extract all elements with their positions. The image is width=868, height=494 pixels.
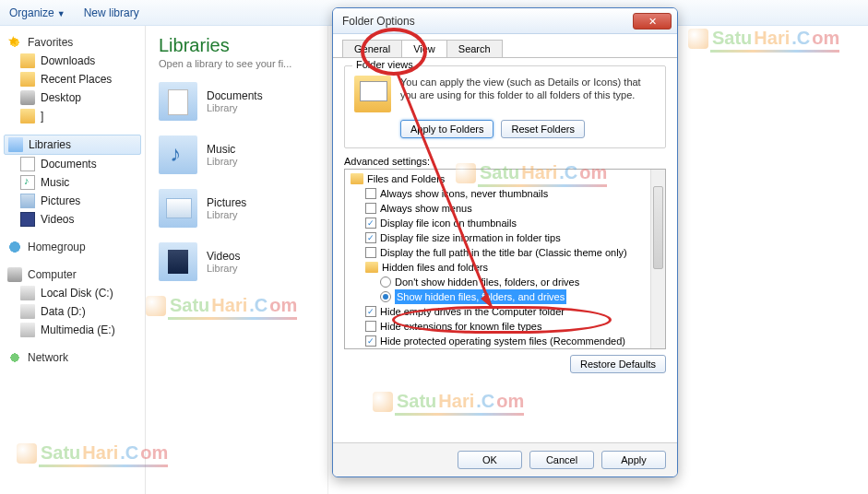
library-pictures[interactable]: PicturesLibrary: [159, 189, 315, 228]
folder-icon: [20, 53, 35, 68]
checkbox-icon[interactable]: [365, 247, 376, 258]
nav-videos[interactable]: Videos: [4, 210, 141, 229]
folder-views-label: Folder views: [352, 59, 417, 70]
dialog-footer: OK Cancel Apply: [333, 442, 677, 476]
radio-icon[interactable]: [380, 276, 391, 288]
library-videos[interactable]: VideosLibrary: [159, 242, 315, 281]
tree-files-and-folders[interactable]: Files and Folders: [347, 171, 663, 186]
libraries-subtitle: Open a library to see your fi...: [159, 58, 315, 69]
folder-icon: [20, 109, 35, 124]
favorites-group[interactable]: Favorites: [4, 33, 141, 52]
documents-library-icon: [159, 82, 197, 121]
reset-folders-button[interactable]: Reset Folders: [501, 120, 584, 138]
dialog-tabs: General View Search: [333, 34, 677, 58]
opt-show-hidden[interactable]: Show hidden files, folders, and drives: [347, 289, 663, 304]
nav-music[interactable]: Music: [4, 173, 141, 192]
music-library-icon: [159, 135, 197, 174]
dialog-body: Folder views You can apply the view (suc…: [333, 58, 677, 381]
drive-icon: [20, 286, 35, 300]
scroll-thumb[interactable]: [653, 186, 663, 269]
nav-documents[interactable]: Documents: [4, 155, 141, 173]
apply-to-folders-button[interactable]: Apply to Folders: [400, 120, 493, 138]
advanced-settings-label: Advanced settings:: [344, 156, 666, 167]
videos-icon: [20, 212, 35, 227]
new-library-button[interactable]: New library: [84, 6, 139, 19]
documents-icon: [20, 157, 35, 171]
checkbox-icon[interactable]: [365, 203, 376, 214]
nav-pictures[interactable]: Pictures: [4, 192, 141, 210]
opt-always-show-menus[interactable]: Always show menus: [347, 201, 663, 216]
cancel-button[interactable]: Cancel: [529, 451, 594, 469]
checkbox-icon[interactable]: ✓: [365, 306, 376, 317]
homegroup-icon: [7, 240, 22, 254]
pictures-icon: [20, 194, 35, 208]
star-icon: [7, 35, 22, 50]
navigation-pane: Favorites Downloads Recent Places Deskto…: [0, 26, 146, 494]
nav-network[interactable]: Network: [4, 348, 141, 367]
opt-always-show-icons[interactable]: Always show icons, never thumbnails: [347, 186, 663, 201]
computer-icon: [7, 267, 22, 282]
opt-display-file-size-tips[interactable]: ✓Display file size information in folder…: [347, 230, 663, 245]
opt-hide-extensions[interactable]: Hide extensions for known file types: [347, 319, 663, 334]
folder-views-text: You can apply the view (such as Details …: [400, 76, 656, 102]
library-documents[interactable]: DocumentsLibrary: [159, 82, 315, 121]
libraries-heading: Libraries: [159, 35, 315, 56]
tree-scrollbar[interactable]: [650, 170, 665, 348]
tab-general[interactable]: General: [342, 40, 402, 57]
nav-multimedia-e[interactable]: Multimedia (E:): [4, 321, 141, 339]
restore-defaults-button[interactable]: Restore Defaults: [570, 355, 666, 373]
tab-view[interactable]: View: [401, 40, 447, 57]
nav-data-d[interactable]: Data (D:): [4, 302, 141, 321]
checkbox-icon[interactable]: ✓: [365, 218, 376, 229]
opt-hide-protected-os-files[interactable]: ✓Hide protected operating system files (…: [347, 334, 663, 348]
checkbox-icon[interactable]: [365, 188, 376, 199]
opt-hide-empty-drives[interactable]: ✓Hide empty drives in the Computer folde…: [347, 304, 663, 319]
opt-display-file-icon-thumbnails[interactable]: ✓Display file icon on thumbnails: [347, 216, 663, 230]
nav-computer[interactable]: Computer: [4, 265, 141, 284]
libraries-icon: [8, 137, 23, 152]
folder-view-icon: [354, 76, 391, 112]
nav-homegroup[interactable]: Homegroup: [4, 238, 141, 256]
nav-item-bracket[interactable]: ]: [4, 107, 141, 125]
nav-desktop[interactable]: Desktop: [4, 88, 141, 107]
drive-icon: [20, 323, 35, 337]
close-button[interactable]: ✕: [633, 13, 672, 29]
folder-views-group: Folder views You can apply the view (suc…: [344, 65, 666, 148]
recent-icon: [20, 72, 35, 87]
libraries-list: Libraries Open a library to see your fi.…: [146, 26, 328, 494]
opt-dont-show-hidden[interactable]: Don't show hidden files, folders, or dri…: [347, 275, 663, 289]
music-icon: [20, 175, 35, 190]
library-music[interactable]: MusicLibrary: [159, 135, 315, 174]
tab-search[interactable]: Search: [446, 40, 503, 57]
checkbox-icon[interactable]: ✓: [365, 335, 376, 347]
network-icon: [7, 350, 22, 365]
nav-downloads[interactable]: Downloads: [4, 52, 141, 70]
checkbox-icon[interactable]: [365, 321, 376, 332]
opt-display-full-path[interactable]: Display the full path in the title bar (…: [347, 245, 663, 260]
videos-library-icon: [159, 242, 197, 281]
radio-icon[interactable]: [380, 291, 391, 302]
tree-hidden-files[interactable]: Hidden files and folders: [347, 260, 663, 275]
pictures-library-icon: [159, 189, 197, 228]
ok-button[interactable]: OK: [458, 451, 522, 469]
dialog-titlebar[interactable]: Folder Options ✕: [333, 8, 677, 34]
desktop-icon: [20, 90, 35, 105]
nav-libraries[interactable]: Libraries: [4, 135, 141, 155]
folder-options-dialog: Folder Options ✕ General View Search Fol…: [332, 7, 678, 477]
advanced-settings-tree[interactable]: Files and Folders Always show icons, nev…: [344, 169, 666, 349]
chevron-down-icon: ▼: [57, 9, 65, 18]
apply-button[interactable]: Apply: [601, 451, 666, 469]
folder-icon: [351, 173, 363, 184]
organize-menu[interactable]: Organize▼: [9, 6, 65, 19]
checkbox-icon[interactable]: ✓: [365, 232, 376, 243]
drive-icon: [20, 304, 35, 319]
dialog-title: Folder Options: [342, 15, 633, 28]
folder-icon: [365, 262, 378, 273]
nav-local-disk-c[interactable]: Local Disk (C:): [4, 284, 141, 302]
nav-recent-places[interactable]: Recent Places: [4, 70, 141, 88]
